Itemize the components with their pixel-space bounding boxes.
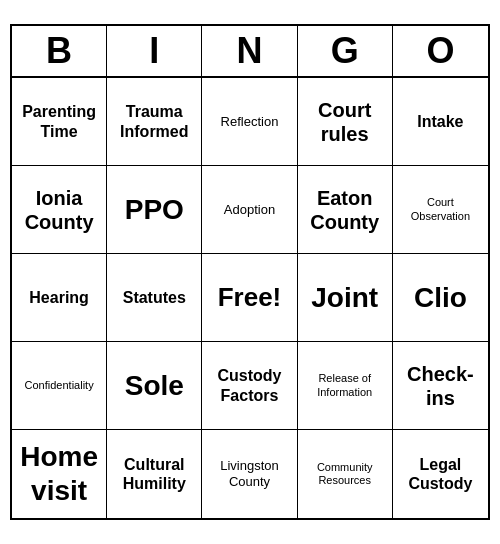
bingo-header: BINGO: [12, 26, 488, 78]
bingo-cell: Clio: [393, 254, 488, 342]
bingo-cell: Free!: [202, 254, 297, 342]
bingo-cell: Livingston County: [202, 430, 297, 518]
bingo-cell: Parenting Time: [12, 78, 107, 166]
header-letter: G: [298, 26, 393, 76]
bingo-cell: Intake: [393, 78, 488, 166]
bingo-cell: Court Observation: [393, 166, 488, 254]
bingo-cell: Sole: [107, 342, 202, 430]
bingo-cell: Trauma Informed: [107, 78, 202, 166]
bingo-grid: Parenting TimeTrauma InformedReflectionC…: [12, 78, 488, 518]
bingo-cell: Ionia County: [12, 166, 107, 254]
bingo-cell: PPO: [107, 166, 202, 254]
bingo-cell: Custody Factors: [202, 342, 297, 430]
header-letter: O: [393, 26, 488, 76]
bingo-cell: Legal Custody: [393, 430, 488, 518]
bingo-cell: Hearing: [12, 254, 107, 342]
bingo-cell: Community Resources: [298, 430, 393, 518]
bingo-cell: Cultural Humility: [107, 430, 202, 518]
bingo-cell: Home visit: [12, 430, 107, 518]
bingo-cell: Statutes: [107, 254, 202, 342]
header-letter: I: [107, 26, 202, 76]
bingo-cell: Joint: [298, 254, 393, 342]
bingo-cell: Check-ins: [393, 342, 488, 430]
bingo-cell: Release of Information: [298, 342, 393, 430]
bingo-cell: Reflection: [202, 78, 297, 166]
header-letter: B: [12, 26, 107, 76]
bingo-cell: Court rules: [298, 78, 393, 166]
bingo-cell: Eaton County: [298, 166, 393, 254]
bingo-cell: Confidentiality: [12, 342, 107, 430]
bingo-card: BINGO Parenting TimeTrauma InformedRefle…: [10, 24, 490, 520]
bingo-cell: Adoption: [202, 166, 297, 254]
header-letter: N: [202, 26, 297, 76]
